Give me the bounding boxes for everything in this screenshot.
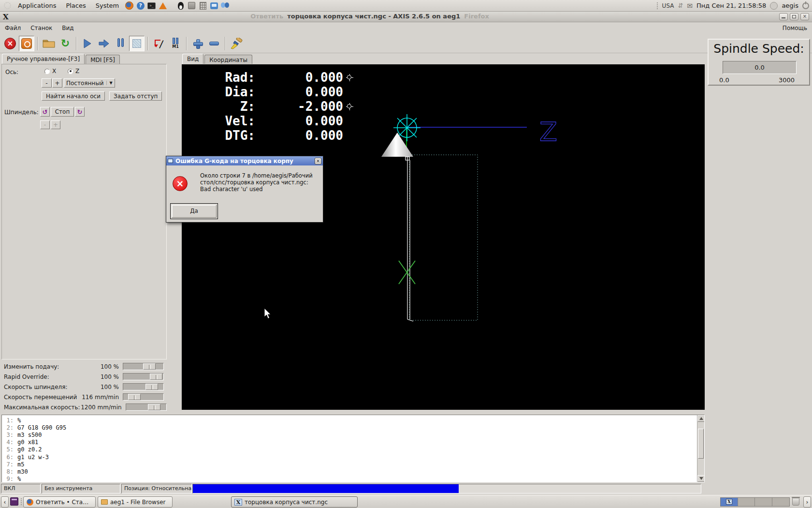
machine-limits-rect	[409, 155, 478, 320]
menu-machine[interactable]: Станок	[26, 23, 57, 33]
spindle-slower-button[interactable]: -	[40, 120, 50, 129]
gcode-line[interactable]: 5:g0 z0.2	[2, 446, 704, 453]
menu-places[interactable]: Places	[62, 1, 89, 10]
menu-file[interactable]: Файл	[0, 23, 26, 33]
terminal-launcher-icon[interactable]: >_	[147, 1, 156, 10]
firefox-launcher-icon[interactable]	[125, 1, 134, 10]
spindle-cw-button[interactable]: ↻	[75, 107, 85, 117]
jog-minus-button[interactable]: -	[42, 78, 52, 88]
home-axis-button[interactable]: Найти начало оси	[42, 91, 105, 101]
chat-launcher-icon[interactable]	[209, 1, 218, 10]
applet-handle[interactable]	[656, 2, 658, 10]
spindle-stop-button[interactable]: Стоп	[51, 107, 74, 117]
tab-dro[interactable]: Координаты	[204, 55, 252, 64]
run-program-button[interactable]	[80, 36, 95, 51]
gcode-line[interactable]: 4:g0 x81	[2, 439, 704, 446]
run-step-button[interactable]	[96, 36, 112, 51]
left-tab-row: Ручное управление-[F3] MDI [F5]	[2, 54, 121, 64]
stop-program-button[interactable]	[129, 36, 145, 51]
workspace-1[interactable]: X	[721, 498, 738, 506]
vlc-launcher-icon[interactable]	[158, 1, 167, 10]
jog-speed-row: Скорость перемещений 116 mm/min	[0, 392, 168, 402]
open-file-button[interactable]	[41, 36, 57, 51]
window-title-bar[interactable]: X Ответитьторцовка корпуса чист.ngc - AX…	[0, 12, 812, 22]
zoom-out-button[interactable]	[206, 36, 222, 51]
spindle-label: Шпиндель:	[4, 109, 39, 116]
rapid-override-slider[interactable]	[123, 373, 164, 380]
dialog-close-button[interactable]: ×	[315, 158, 321, 164]
gcode-line[interactable]: 7:m5	[2, 461, 704, 468]
jog-plus-button[interactable]: +	[52, 78, 62, 88]
estop-button[interactable]: ×	[2, 36, 18, 51]
gcode-scrollbar[interactable]	[697, 415, 704, 482]
gcode-line[interactable]: 2:G7 G18 G90 G95	[2, 424, 704, 431]
task-file-browser[interactable]: aeg1 - File Browser	[98, 496, 173, 508]
trash-icon[interactable]	[792, 498, 799, 506]
tab-mdi[interactable]: MDI [F5]	[86, 55, 120, 64]
radio-axis-z[interactable]: Z	[68, 68, 79, 75]
gcode-listing[interactable]: 1:% 2:G7 G18 G90 G95 3:m3 s500 4:g0 x81 …	[1, 415, 705, 482]
menu-system[interactable]: System	[92, 1, 123, 10]
gcode-line[interactable]: 8:m30	[2, 468, 704, 475]
scrollbar-thumb[interactable]	[698, 429, 704, 459]
workspace-4[interactable]	[772, 498, 789, 506]
spindle-ccw-button[interactable]: ↺	[40, 107, 50, 117]
tab-manual-control[interactable]: Ручное управление-[F3]	[2, 54, 85, 64]
distributor-logo-icon[interactable]	[3, 1, 12, 10]
backplot-canvas[interactable]: Z Rad:0.000	[182, 64, 705, 410]
clear-plot-button[interactable]	[229, 36, 244, 51]
radio-axis-x[interactable]: X	[44, 68, 56, 75]
scroll-down-button[interactable]	[697, 475, 705, 482]
ok-button[interactable]: Да	[172, 205, 217, 218]
task-firefox[interactable]: Ответить • Станки с ЧП...	[23, 496, 96, 508]
dialog-title-bar[interactable]: Ошибка G-кода на торцовка корпу ×	[166, 156, 323, 165]
jog-speed-slider[interactable]	[123, 393, 164, 401]
menu-bar: Файл Станок Вид Помощь	[0, 22, 812, 34]
taskbar-left-arrow-button[interactable]: ‹	[1, 496, 9, 508]
zoom-in-button[interactable]	[190, 36, 205, 51]
window-title: торцовка корпуса чист.ngc - AXIS 2.6.5 o…	[283, 13, 464, 20]
power-icon[interactable]	[802, 2, 809, 9]
mail-icon[interactable]: ✉	[687, 2, 693, 10]
max-velocity-label: Максимальная скорость:	[0, 404, 80, 411]
clock[interactable]: Пнд Сен 21, 21:58:58	[696, 2, 766, 9]
menu-view[interactable]: Вид	[57, 23, 78, 33]
menu-applications[interactable]: Applications	[14, 1, 60, 10]
user-name[interactable]: aegis	[782, 2, 798, 9]
max-velocity-slider[interactable]	[126, 403, 167, 411]
tux-launcher-icon[interactable]	[176, 1, 185, 10]
spindle-faster-button[interactable]: +	[51, 120, 60, 129]
scroll-up-button[interactable]	[697, 415, 705, 422]
menu-help[interactable]: Помощь	[778, 23, 812, 33]
taskbar-handle[interactable]	[20, 498, 22, 506]
pause-program-button[interactable]	[113, 36, 128, 51]
workspace-3[interactable]	[755, 498, 772, 506]
touch-off-button[interactable]: Задать отступ	[109, 91, 162, 101]
keyboard-layout-indicator[interactable]: USA	[662, 2, 674, 9]
cnc-launcher-icon[interactable]	[187, 1, 196, 10]
gcode-line[interactable]: 6:g1 u2 w-3	[2, 453, 704, 461]
gcode-line[interactable]: 9:%	[2, 476, 704, 483]
gcode-line[interactable]: 1:%	[2, 417, 704, 424]
balloons-launcher-icon[interactable]	[220, 1, 230, 10]
feed-override-slider[interactable]	[123, 363, 164, 370]
optional-pause-button[interactable]: M1	[168, 36, 183, 51]
workspace-switcher[interactable]: X	[720, 497, 790, 507]
gcode-line[interactable]: 3:m3 s500	[2, 431, 704, 438]
spindle-override-slider[interactable]	[123, 383, 164, 390]
workspace-2[interactable]	[738, 498, 755, 506]
close-button[interactable]: ×	[800, 13, 809, 20]
help-launcher-icon[interactable]: ?	[136, 1, 145, 10]
machine-power-button[interactable]	[19, 36, 34, 51]
minimize-button[interactable]	[779, 13, 788, 20]
skip-lines-button[interactable]: ∕	[151, 36, 167, 51]
taskbar-right-arrow-button[interactable]: ›	[803, 496, 811, 508]
jog-increment-combo[interactable]: Постоянный▼	[64, 78, 115, 88]
layout-switch-icon[interactable]: ⇵	[678, 2, 683, 9]
maximize-button[interactable]	[790, 13, 798, 20]
calculator-launcher-icon[interactable]	[198, 1, 207, 10]
reload-file-button[interactable]: ↻	[58, 36, 73, 51]
window-list-icon[interactable]	[10, 497, 18, 506]
tab-preview[interactable]: Вид	[182, 54, 203, 64]
task-axis[interactable]: X торцовка корпуса чист.ngc	[231, 496, 358, 508]
